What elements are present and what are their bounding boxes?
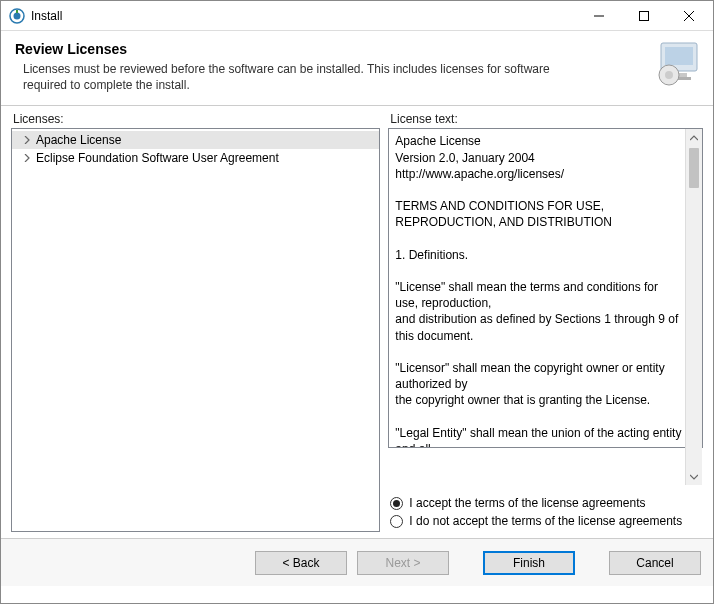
- finish-button[interactable]: Finish: [483, 551, 575, 575]
- minimize-button[interactable]: [576, 2, 621, 30]
- license-text-column: License text: Apache License Version 2.0…: [388, 112, 703, 532]
- scroll-thumb[interactable]: [689, 148, 699, 188]
- page-title: Review Licenses: [15, 41, 699, 57]
- wizard-header: Review Licenses Licenses must be reviewe…: [1, 31, 713, 106]
- list-item-label: Eclipse Foundation Software User Agreeme…: [36, 151, 279, 165]
- maximize-button[interactable]: [621, 2, 666, 30]
- svg-rect-2: [16, 10, 18, 13]
- scrollbar[interactable]: [685, 129, 702, 485]
- list-item-label: Apache License: [36, 133, 121, 147]
- close-button[interactable]: [666, 2, 711, 30]
- window-controls: [576, 2, 711, 30]
- reject-label: I do not accept the terms of the license…: [409, 514, 682, 528]
- accept-radio[interactable]: I accept the terms of the license agreem…: [390, 494, 701, 512]
- agreement-radio-group: I accept the terms of the license agreem…: [388, 486, 703, 532]
- accept-label: I accept the terms of the license agreem…: [409, 496, 645, 510]
- radio-icon: [390, 497, 403, 510]
- svg-point-1: [14, 12, 21, 19]
- chevron-right-icon: [22, 135, 32, 145]
- content-area: Licenses: Apache License Eclipse Foundat…: [1, 106, 713, 538]
- list-item[interactable]: Apache License: [12, 131, 379, 149]
- next-button[interactable]: Next >: [357, 551, 449, 575]
- scroll-up-icon[interactable]: [686, 129, 703, 146]
- svg-rect-8: [665, 47, 693, 65]
- svg-rect-4: [639, 11, 648, 20]
- page-description: Licenses must be reviewed before the sof…: [15, 61, 575, 93]
- title-bar: Install: [1, 1, 713, 31]
- licenses-column: Licenses: Apache License Eclipse Foundat…: [11, 112, 380, 532]
- radio-icon: [390, 515, 403, 528]
- install-icon: [655, 39, 703, 87]
- licenses-label: Licenses:: [11, 112, 380, 126]
- app-icon: [9, 8, 25, 24]
- licenses-list[interactable]: Apache License Eclipse Foundation Softwa…: [11, 128, 380, 532]
- svg-point-12: [665, 71, 673, 79]
- window-title: Install: [31, 9, 576, 23]
- scroll-down-icon[interactable]: [686, 468, 703, 485]
- chevron-right-icon: [22, 153, 32, 163]
- license-text-box[interactable]: Apache License Version 2.0, January 2004…: [388, 128, 703, 448]
- reject-radio[interactable]: I do not accept the terms of the license…: [390, 512, 701, 530]
- cancel-button[interactable]: Cancel: [609, 551, 701, 575]
- list-item[interactable]: Eclipse Foundation Software User Agreeme…: [12, 149, 379, 167]
- wizard-footer: < Back Next > Finish Cancel: [1, 538, 713, 586]
- license-text-label: License text:: [388, 112, 703, 126]
- back-button[interactable]: < Back: [255, 551, 347, 575]
